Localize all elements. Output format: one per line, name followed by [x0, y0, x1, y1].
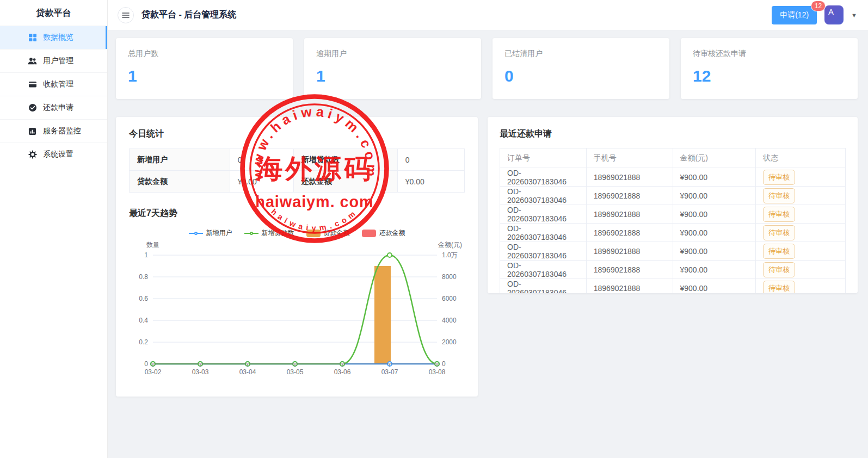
recent-column-header: 金额(元) [673, 148, 755, 168]
svg-text:0.2: 0.2 [139, 338, 148, 346]
svg-text:03-04: 03-04 [239, 368, 256, 376]
table-row: OD-2026030718304618969021888¥900.00待审核 [500, 242, 846, 261]
credit-card-icon [28, 80, 37, 89]
svg-text:1.0万: 1.0万 [442, 251, 458, 259]
legend-bar-swatch [362, 230, 376, 237]
today-stats-row: 贷款金额¥0.00还款金额¥0.00 [130, 171, 465, 193]
svg-text:0.4: 0.4 [139, 317, 148, 324]
today-stats-panel: 今日统计 新增用户0新增贷款数0贷款金额¥0.00还款金额¥0.00 最近7天趋… [116, 117, 478, 397]
app-title: 贷款平台 [0, 0, 107, 26]
stat-card: 已结清用户0 [493, 38, 669, 99]
table-row: OD-2026030718304618969021888¥900.00待审核 [500, 205, 846, 224]
sidebar-item-3[interactable]: 收款管理 [0, 72, 107, 96]
chart-legend: 新增用户新增贷款数贷款金额还款金额 [129, 228, 465, 238]
recent-cell-amount: ¥900.00 [673, 205, 755, 224]
recent-cell-amount: ¥900.00 [673, 187, 755, 205]
stat-card: 逾期用户1 [304, 38, 481, 99]
legend-item[interactable]: 新增用户 [189, 228, 232, 238]
legend-bar-swatch [306, 230, 321, 237]
svg-text:03-08: 03-08 [429, 368, 446, 376]
recent-cell-order: OD-20260307183046 [500, 224, 587, 242]
stat-label: 待审核还款申请 [693, 49, 846, 59]
legend-item[interactable]: 贷款金额 [306, 228, 350, 238]
status-badge: 待审核 [763, 170, 795, 185]
grid-icon [28, 33, 37, 42]
legend-label: 贷款金额 [324, 228, 350, 238]
recent-cell-amount: ¥900.00 [673, 279, 755, 294]
table-row: OD-2026030718304618969021888¥900.00待审核 [500, 187, 846, 205]
users-icon [28, 57, 37, 66]
status-badge: 待审核 [763, 207, 795, 222]
content: 总用户数1逾期用户1已结清用户0待审核还款申请12 今日统计 新增用户0新增贷款… [108, 30, 868, 458]
today-stat-value: ¥0.00 [230, 171, 293, 193]
sidebar-item-label: 用户管理 [43, 56, 73, 66]
hamburger-menu-icon[interactable] [118, 7, 134, 23]
sidebar-item-2[interactable]: 用户管理 [0, 49, 107, 72]
today-stat-value: ¥0.00 [397, 171, 464, 193]
recent-table-header-row: 订单号手机号金额(元)状态 [500, 148, 846, 168]
stat-value: 1 [316, 67, 469, 85]
svg-text:0.8: 0.8 [139, 273, 148, 281]
trend-chart[interactable]: 数量金额(元)11.0万0.880000.660000.440000.22000… [129, 239, 465, 381]
sidebar-item-5[interactable]: 服务器监控 [0, 119, 107, 143]
recent-cell-amount: ¥900.00 [673, 168, 755, 187]
svg-text:03-05: 03-05 [287, 368, 304, 376]
recent-cell-order: OD-20260307183046 [500, 205, 587, 224]
recent-cell-status: 待审核 [755, 261, 845, 279]
table-row: OD-2026030718304618969021888¥900.00待审核 [500, 279, 846, 294]
topbar-right: 申请(12) 12 A ▼ [772, 5, 857, 24]
legend-item[interactable]: 新增贷款数 [244, 228, 294, 238]
chevron-down-icon[interactable]: ▼ [851, 12, 857, 18]
status-badge: 待审核 [763, 188, 795, 203]
svg-text:8000: 8000 [442, 273, 457, 281]
legend-label: 新增用户 [206, 228, 232, 238]
recent-cell-phone: 18969021888 [586, 187, 673, 205]
recent-cell-phone: 18969021888 [586, 168, 673, 187]
today-stats-row: 新增用户0新增贷款数0 [130, 149, 465, 171]
recent-cell-status: 待审核 [755, 205, 845, 224]
stat-cards: 总用户数1逾期用户1已结清用户0待审核还款申请12 [116, 38, 858, 99]
recent-column-header: 订单号 [500, 148, 587, 168]
sidebar-item-label: 收款管理 [43, 79, 73, 89]
stat-card: 总用户数1 [116, 38, 293, 99]
recent-cell-phone: 18969021888 [586, 261, 673, 279]
status-badge: 待审核 [763, 262, 795, 277]
svg-text:0.6: 0.6 [139, 295, 148, 302]
avatar[interactable]: A [824, 5, 844, 24]
recent-cell-phone: 18969021888 [586, 224, 673, 242]
today-stat-label: 新增贷款数 [293, 149, 397, 171]
recent-cell-amount: ¥900.00 [673, 261, 755, 279]
status-badge: 待审核 [763, 281, 795, 294]
svg-text:0: 0 [144, 360, 148, 368]
panels: 今日统计 新增用户0新增贷款数0贷款金额¥0.00还款金额¥0.00 最近7天趋… [116, 117, 858, 397]
today-stats-table: 新增用户0新增贷款数0贷款金额¥0.00还款金额¥0.00 [129, 148, 465, 193]
legend-item[interactable]: 还款金额 [362, 228, 405, 238]
legend-label: 还款金额 [379, 228, 405, 238]
sidebar: 贷款平台 数据概览用户管理收款管理还款申请服务器监控系统设置 [0, 0, 108, 458]
today-stat-value: 0 [230, 149, 293, 171]
sidebar-menu: 数据概览用户管理收款管理还款申请服务器监控系统设置 [0, 26, 107, 166]
recent-cell-amount: ¥900.00 [673, 242, 755, 261]
status-badge: 待审核 [763, 225, 795, 240]
apply-button[interactable]: 申请(12) [772, 6, 817, 24]
sidebar-item-1[interactable]: 数据概览 [0, 26, 107, 49]
main-area: 贷款平台 - 后台管理系统 申请(12) 12 A ▼ 总用户数1逾期用户1已结… [108, 0, 868, 458]
legend-line-swatch [189, 233, 203, 234]
svg-text:03-02: 03-02 [145, 368, 162, 376]
bar-chart-icon [28, 127, 37, 136]
recent-cell-status: 待审核 [755, 279, 845, 294]
stat-label: 总用户数 [128, 49, 281, 59]
recent-repayments-title: 最近还款申请 [500, 128, 846, 140]
notification-badge: 12 [811, 1, 826, 11]
sidebar-item-4[interactable]: 还款申请 [0, 96, 107, 119]
today-stat-label: 还款金额 [293, 171, 397, 193]
sidebar-item-label: 数据概览 [43, 33, 73, 42]
sidebar-item-6[interactable]: 系统设置 [0, 143, 107, 166]
stat-value: 0 [504, 67, 657, 85]
recent-column-header: 状态 [755, 148, 845, 168]
table-row: OD-2026030718304618969021888¥900.00待审核 [500, 261, 846, 279]
legend-line-swatch [244, 233, 258, 234]
status-badge: 待审核 [763, 244, 795, 259]
recent-cell-phone: 18969021888 [586, 205, 673, 224]
recent-cell-order: OD-20260307183046 [500, 187, 587, 205]
